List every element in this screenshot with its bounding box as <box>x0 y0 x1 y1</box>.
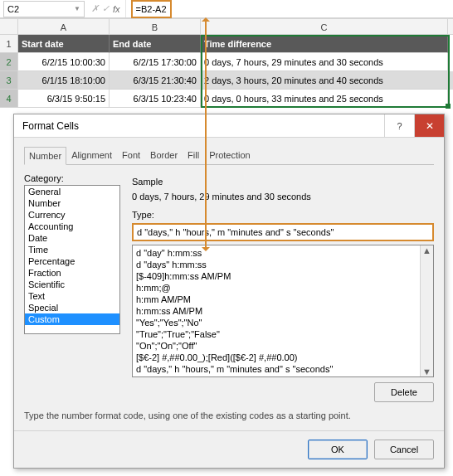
row-header-4[interactable]: 4 <box>0 90 18 108</box>
type-label: Type: <box>132 210 434 220</box>
close-button[interactable]: ✕ <box>414 114 444 137</box>
type-option[interactable]: [$-409]h:mm:ss AM/PM <box>133 270 433 282</box>
category-special[interactable]: Special <box>25 302 119 313</box>
category-custom[interactable]: Custom <box>25 313 119 325</box>
type-input[interactable] <box>132 223 434 241</box>
row-header-2[interactable]: 2 <box>0 53 18 71</box>
tab-font[interactable]: Font <box>117 146 145 164</box>
type-option[interactable]: "True";"True";"False" <box>133 328 433 340</box>
cell-c3[interactable]: 2 days, 3 hours, 20 minutes and 40 secon… <box>201 71 448 90</box>
category-number[interactable]: Number <box>25 197 119 209</box>
type-list[interactable]: d "day" h:mm:ss d "days" h:mm:ss [$-409]… <box>132 245 434 377</box>
tab-number[interactable]: Number <box>24 147 66 165</box>
type-option[interactable]: d "days" h:mm:ss <box>133 259 433 270</box>
type-option[interactable]: "Yes";"Yes";"No" <box>133 317 433 328</box>
format-cells-dialog: Format Cells ? ✕ Number Alignment Font B… <box>13 114 445 469</box>
cancel-icon[interactable]: ✗ <box>91 3 99 14</box>
name-box[interactable]: C2 ▼ <box>3 1 85 17</box>
fx-icon[interactable]: fx <box>113 4 120 14</box>
category-scientific[interactable]: Scientific <box>25 279 119 290</box>
header-cell-end[interactable]: End date <box>110 35 201 53</box>
tab-border[interactable]: Border <box>145 146 183 164</box>
row-header-1[interactable]: 1 <box>0 35 18 53</box>
formula-bar[interactable]: =B2-A2 <box>126 0 453 18</box>
select-all-corner[interactable] <box>0 19 18 34</box>
dialog-titlebar[interactable]: Format Cells ? ✕ <box>14 114 444 138</box>
header-cell-diff[interactable]: Time difference <box>201 35 448 53</box>
cell-b4[interactable]: 6/3/15 10:23:40 <box>110 90 201 108</box>
type-option[interactable]: h:mm:ss AM/PM <box>133 305 433 317</box>
tab-fill[interactable]: Fill <box>183 146 204 164</box>
accept-icon[interactable]: ✓ <box>102 3 110 14</box>
scrollbar[interactable]: ▲▼ <box>420 245 433 376</box>
category-label: Category: <box>24 173 120 183</box>
chevron-down-icon[interactable]: ▼ <box>74 5 80 12</box>
row-header-3[interactable]: 3 <box>0 71 18 90</box>
cell-c4[interactable]: 0 days, 0 hours, 33 minutes and 25 secon… <box>201 90 448 108</box>
ok-button[interactable]: OK <box>308 440 368 459</box>
category-time[interactable]: Time <box>25 244 119 255</box>
type-option[interactable]: h:mm AM/PM <box>133 294 433 305</box>
category-date[interactable]: Date <box>25 232 119 244</box>
category-fraction[interactable]: Fraction <box>25 267 119 279</box>
sample-label: Sample <box>132 177 434 187</box>
type-option[interactable]: "On";"On";"Off" <box>133 340 433 352</box>
cell-a3[interactable]: 6/1/15 18:10:00 <box>18 71 110 90</box>
delete-button[interactable]: Delete <box>374 382 434 402</box>
cell-a2[interactable]: 6/2/15 10:00:30 <box>18 53 110 71</box>
category-percentage[interactable]: Percentage <box>25 255 119 267</box>
spreadsheet-grid: A B C 1 Start date End date Time differe… <box>0 18 453 108</box>
category-text[interactable]: Text <box>25 290 119 302</box>
scroll-up-icon[interactable]: ▲ <box>422 245 431 255</box>
annotation-arrow <box>205 18 207 250</box>
column-header-c[interactable]: C <box>201 19 448 34</box>
formula-tools: ✗ ✓ fx <box>86 0 126 17</box>
dialog-title: Format Cells <box>22 120 79 132</box>
hint-text: Type the number format code, using one o… <box>24 410 434 420</box>
scroll-down-icon[interactable]: ▼ <box>422 367 431 376</box>
formula-text: =B2-A2 <box>131 0 172 18</box>
sample-value: 0 days, 7 hours, 29 minutes and 30 secon… <box>132 192 434 202</box>
category-currency[interactable]: Currency <box>25 209 119 221</box>
column-header-b[interactable]: B <box>110 19 201 34</box>
category-general[interactable]: General <box>25 186 119 197</box>
type-option[interactable]: d "days," h "hours," m "minutes and" s "… <box>133 363 433 375</box>
column-header-a[interactable]: A <box>18 19 110 34</box>
type-option[interactable]: d "day" h:mm:ss <box>133 247 433 259</box>
cell-b3[interactable]: 6/3/15 21:30:40 <box>110 71 201 90</box>
name-box-text: C2 <box>7 4 19 14</box>
cell-b2[interactable]: 6/2/15 17:30:00 <box>110 53 201 71</box>
tab-protection[interactable]: Protection <box>204 146 256 164</box>
category-accounting[interactable]: Accounting <box>25 221 119 232</box>
cell-c2[interactable]: 0 days, 7 hours, 29 minutes and 30 secon… <box>201 53 448 71</box>
help-button[interactable]: ? <box>384 114 414 137</box>
category-list[interactable]: General Number Currency Accounting Date … <box>24 185 120 334</box>
type-option[interactable]: h:mm;@ <box>133 282 433 294</box>
type-option[interactable]: [$€-2] #,##0.00_);[Red]([$€-2] #,##0.00) <box>133 352 433 363</box>
header-cell-start[interactable]: Start date <box>18 35 110 53</box>
cell-a4[interactable]: 6/3/15 9:50:15 <box>18 90 110 108</box>
cancel-button[interactable]: Cancel <box>374 440 434 459</box>
dialog-tabs: Number Alignment Font Border Fill Protec… <box>24 146 434 165</box>
tab-alignment[interactable]: Alignment <box>66 146 117 164</box>
